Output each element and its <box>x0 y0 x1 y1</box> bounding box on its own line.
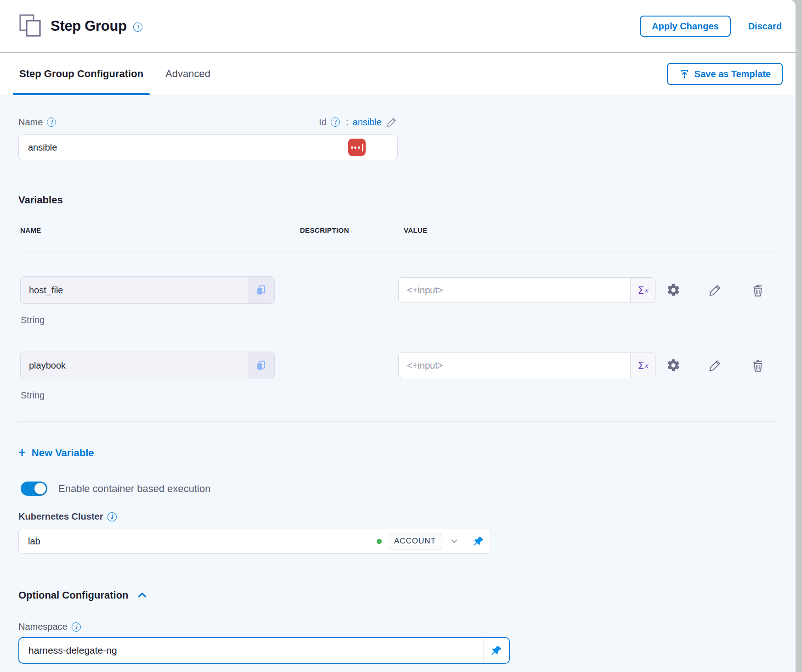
step-group-drawer: Step Group i Apply Changes Discard Step … <box>0 0 796 672</box>
name-label: Name <box>18 117 43 128</box>
container-execution-label: Enable container based execution <box>58 483 210 495</box>
id-label: Id <box>319 117 327 128</box>
copy-icon[interactable] <box>248 352 274 379</box>
id-value: ansible <box>353 117 382 128</box>
container-execution-row: Enable container based execution <box>21 482 777 496</box>
variables-column-headers: NAME DESCRIPTION VALUE <box>18 226 777 235</box>
column-header-name: NAME <box>20 226 41 234</box>
edit-variable-icon[interactable] <box>708 358 723 373</box>
edit-id-button[interactable] <box>386 116 398 128</box>
variable-row-playbook: playbook Σx <box>18 352 777 379</box>
drawer-header: Step Group i Apply Changes Discard <box>0 0 796 53</box>
variable-name-value[interactable]: playbook <box>21 352 248 379</box>
header-actions: Apply Changes Discard <box>640 16 783 37</box>
divider <box>18 252 777 252</box>
name-label-row: Name i Id i : ansible <box>18 116 398 128</box>
sigma-sup: x <box>644 287 648 294</box>
divider <box>18 421 777 422</box>
variable-value-field: Σx <box>398 277 655 303</box>
page-title: Step Group <box>51 18 127 34</box>
variable-type-label: String <box>21 315 777 325</box>
tab-step-group-configuration[interactable]: Step Group Configuration <box>13 53 150 95</box>
id-info-icon[interactable]: i <box>331 118 340 127</box>
column-header-description: DESCRIPTION <box>300 226 349 234</box>
kubernetes-cluster-label: Kubernetes Cluster <box>18 511 103 522</box>
kubernetes-cluster-info-icon[interactable]: i <box>107 512 117 521</box>
namespace-field <box>18 637 510 664</box>
step-group-configuration-panel: Name i Id i : ansible <box>0 95 796 672</box>
connector-status-dot <box>377 539 382 544</box>
variable-name-field: host_file <box>20 276 275 304</box>
step-group-icon <box>18 13 42 39</box>
namespace-label-group: Namespace i <box>18 622 81 632</box>
scope-badge: ACCOUNT <box>388 533 442 549</box>
variable-settings-icon[interactable] <box>666 283 681 297</box>
chevron-up-icon[interactable] <box>136 589 148 601</box>
variable-name-value[interactable]: host_file <box>21 277 248 303</box>
expression-toggle-button[interactable]: Σx <box>630 278 655 302</box>
delete-variable-icon[interactable] <box>751 283 765 297</box>
id-group: Id i : ansible <box>319 116 398 128</box>
variable-settings-icon[interactable] <box>666 358 681 373</box>
expression-toggle-button[interactable]: Σx <box>630 353 655 378</box>
name-input[interactable] <box>18 134 398 160</box>
namespace-label: Namespace <box>18 622 68 632</box>
tab-advanced[interactable]: Advanced <box>159 53 217 95</box>
export-icon <box>679 68 690 79</box>
variable-value-input[interactable] <box>399 278 630 302</box>
kubernetes-cluster-field: ACCOUNT <box>18 529 491 554</box>
variable-name-field: playbook <box>20 352 275 379</box>
kubernetes-cluster-label-group: Kubernetes Cluster i <box>18 511 117 522</box>
column-header-value: VALUE <box>404 226 428 234</box>
sigma-sup: x <box>644 362 648 369</box>
sigma-icon: Σ <box>638 285 644 296</box>
name-field-wrap <box>18 134 398 160</box>
kubernetes-cluster-meta: ACCOUNT <box>377 529 466 553</box>
name-label-group: Name i <box>18 117 56 128</box>
variable-row-host-file: host_file Σx <box>18 276 777 304</box>
variable-value-input[interactable] <box>399 353 630 378</box>
step-group-info-icon[interactable]: i <box>133 22 142 32</box>
password-manager-autofill-icon[interactable] <box>348 139 366 156</box>
optional-configuration-header: Optional Configuration <box>18 589 777 601</box>
container-execution-toggle[interactable] <box>21 482 47 496</box>
title-group: Step Group i <box>18 13 142 39</box>
optional-configuration-heading: Optional Configuration <box>18 589 129 601</box>
variable-value-field: Σx <box>398 353 655 378</box>
kubernetes-cluster-input[interactable] <box>19 529 377 553</box>
copy-icon[interactable] <box>248 277 274 303</box>
plus-icon: + <box>18 447 26 459</box>
id-separator: : <box>346 117 349 128</box>
namespace-input[interactable] <box>19 638 483 663</box>
screen: Step Group i Apply Changes Discard Step … <box>0 0 802 672</box>
new-variable-label: New Variable <box>32 447 94 459</box>
sigma-icon: Σ <box>638 360 644 371</box>
pin-icon[interactable] <box>483 638 509 663</box>
pin-icon[interactable] <box>466 529 491 553</box>
discard-button[interactable]: Discard <box>748 21 783 32</box>
delete-variable-icon[interactable] <box>751 358 765 373</box>
save-as-template-label: Save as Template <box>695 69 771 79</box>
name-info-icon[interactable]: i <box>47 118 56 127</box>
tab-bar: Step Group Configuration Advanced Save a… <box>0 53 796 95</box>
namespace-info-icon[interactable]: i <box>72 622 81 632</box>
variables-heading: Variables <box>18 194 777 206</box>
save-as-template-button[interactable]: Save as Template <box>667 63 783 85</box>
chevron-down-icon[interactable] <box>448 536 460 546</box>
apply-changes-button[interactable]: Apply Changes <box>640 16 731 37</box>
edit-variable-icon[interactable] <box>708 283 723 297</box>
variable-type-label: String <box>21 390 777 401</box>
new-variable-button[interactable]: + New Variable <box>18 447 94 459</box>
